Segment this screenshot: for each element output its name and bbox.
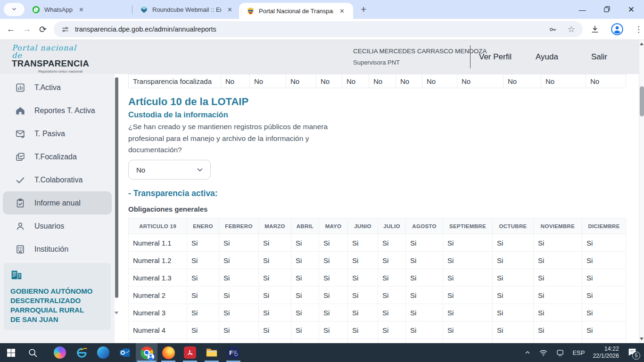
tab-close-icon[interactable]: ✕ (225, 6, 234, 13)
page-scrollbar-thumb[interactable] (640, 86, 644, 116)
home-icon (15, 106, 26, 116)
forward-button[interactable]: → (19, 24, 35, 34)
tab-title: WhatsApp (44, 6, 73, 13)
sidebar-item-t-activa[interactable]: T.Activa (3, 76, 112, 99)
close-window-button[interactable]: ✕ (628, 5, 635, 15)
f-app-icon: F (227, 346, 239, 359)
tray-display-icon[interactable] (556, 348, 564, 357)
logo-script-line: Portal nacional de (12, 44, 83, 59)
row-value: Si (443, 252, 493, 269)
table-row: Numeral 2SiSiSiSiSiSiSiSiSiSiSiSi (129, 287, 626, 304)
sidebar-item-t-pasiva[interactable]: T. Pasiva (3, 122, 112, 145)
sidebar-item-institución[interactable]: Institución (3, 238, 112, 261)
taskbar-chrome-button[interactable] (136, 343, 157, 362)
mail-check-icon (15, 129, 26, 139)
taskbar-internet-explorer-button[interactable] (71, 343, 92, 362)
browser-menu-icon[interactable]: ⋮ (635, 25, 643, 34)
tab-search-button[interactable] (4, 3, 25, 16)
sidebar-scrollbar[interactable] (115, 75, 119, 343)
address-bar[interactable]: transparencia.dpe.gob.ec/admin/annualrep… (54, 21, 583, 37)
bookmark-star-icon[interactable]: ☆ (568, 24, 575, 34)
edge-icon (97, 346, 109, 359)
taskbar-outlook-button[interactable] (114, 343, 136, 362)
org-building-icon (10, 268, 23, 280)
custody-select[interactable]: No (128, 160, 211, 180)
row-value: Si (348, 304, 378, 321)
browser-tab-1[interactable]: WhatsApp✕ (25, 0, 132, 19)
taskbar-f-app-button[interactable]: F (223, 343, 244, 362)
browser-tabstrip: WhatsApp✕Roundcube Webmail :: Entrada✕Po… (0, 0, 644, 19)
tray-chevron-up-icon[interactable] (524, 349, 531, 356)
table-row: Numeral 1.3SiSiSiSiSiSiSiSiSiSiSiSi (129, 269, 626, 287)
wifi-icon[interactable] (539, 348, 548, 357)
row-value: Si (493, 234, 534, 252)
row-value: Si (219, 269, 259, 287)
taskbar-start-button[interactable] (0, 343, 22, 362)
row-value: Si (534, 321, 582, 339)
ayuda-link[interactable]: Ayuda (536, 52, 558, 62)
taskbar-copilot-button[interactable] (49, 343, 71, 362)
profile-avatar[interactable] (611, 23, 623, 35)
sidebar-item-informe-anual[interactable]: Informe anual (3, 191, 112, 214)
password-key-icon[interactable] (548, 25, 557, 34)
header-divider (470, 45, 471, 68)
browser-tab-2[interactable]: Roundcube Webmail :: Entrada✕ (132, 0, 239, 19)
page-scroll-down-arrow[interactable] (640, 337, 644, 340)
sidebar-item-reportes-t-activa[interactable]: Reportes T. Activa (3, 99, 112, 122)
sidebar-institution-block[interactable]: GOBIERNO AUTÓNOMODESCENTRALIZADOPARROQUI… (4, 263, 111, 330)
row-value: Si (348, 269, 378, 287)
page-scroll-up-arrow[interactable] (640, 42, 644, 45)
row-value: Si (319, 234, 348, 252)
row-value: Si (291, 252, 319, 269)
focal-row-label: Transparencia focalizada (129, 74, 221, 88)
table-row: Numeral 3SiSiSiSiSiSiSiSiSiSiSiSi (129, 304, 626, 321)
salir-link[interactable]: Salir (591, 52, 607, 62)
minimize-button[interactable]: — (579, 6, 586, 14)
acrobat-icon (184, 346, 196, 359)
row-value: Si (348, 252, 378, 269)
focal-row-value: No (586, 74, 626, 88)
tab-title: Portal Nacional de Transparenci (259, 8, 333, 15)
sidebar-item-usuarios[interactable]: Usuarios (3, 214, 112, 238)
url-text[interactable]: transparencia.dpe.gob.ec/admin/annualrep… (75, 25, 538, 33)
taskbar-edge-button[interactable] (92, 343, 114, 362)
taskbar-file-explorer-button[interactable] (201, 343, 223, 362)
clipboard-check-icon (15, 198, 26, 208)
row-value: Si (443, 234, 493, 252)
obligaciones-table: ARTICULO 19ENEROFEBREROMARZOABRILMAYOJUN… (128, 218, 626, 343)
site-info-icon[interactable] (61, 25, 69, 33)
tab-close-icon[interactable]: ✕ (338, 8, 347, 15)
tab-close-icon[interactable]: ✕ (77, 6, 86, 13)
taskbar-search-button[interactable] (22, 343, 43, 362)
system-tray: ESP 14:22 22/1/2026 5 (524, 346, 644, 360)
row-value: Si (259, 304, 291, 321)
taskbar-firefox-button[interactable] (157, 343, 179, 362)
row-value: Si (219, 234, 259, 252)
sidebar-scrollbar-thumb[interactable] (115, 77, 118, 298)
row-value: Si (493, 321, 534, 339)
browser-tab-3[interactable]: Portal Nacional de Transparenci✕ (239, 3, 353, 19)
downloads-icon[interactable] (590, 25, 600, 34)
table-header-cell: DICIEMBRE (582, 219, 626, 234)
row-value: Si (348, 234, 378, 252)
row-value: Si (319, 304, 348, 321)
row-value: Si (378, 304, 406, 321)
sidebar-item-t-focalizada[interactable]: T.Focalizada (3, 145, 112, 168)
new-tab-button[interactable]: + (358, 4, 369, 15)
copy-check-icon (15, 152, 26, 162)
restore-button[interactable] (604, 6, 610, 14)
sidebar-scroll-down-arrow[interactable] (115, 312, 118, 314)
table-header-cell: OCTUBRE (493, 219, 534, 234)
logo-main-line: TRANSPARENCIA (12, 58, 83, 69)
clock[interactable]: 14:22 22/1/2026 (593, 346, 619, 360)
language-indicator[interactable]: ESP (572, 349, 585, 356)
row-value: Si (493, 269, 534, 287)
back-button[interactable]: ← (3, 24, 19, 34)
notification-center-button[interactable]: 5 (627, 347, 638, 358)
ver-perfil-link[interactable]: Ver Perfil (479, 52, 512, 62)
reload-button[interactable]: ⟳ (35, 24, 51, 35)
page-scrollbar[interactable] (639, 40, 644, 343)
taskbar-acrobat-button[interactable] (179, 343, 201, 362)
sidebar-item-t-colaborativa[interactable]: T.Colaborativa (3, 168, 112, 191)
row-value: Si (406, 252, 443, 269)
